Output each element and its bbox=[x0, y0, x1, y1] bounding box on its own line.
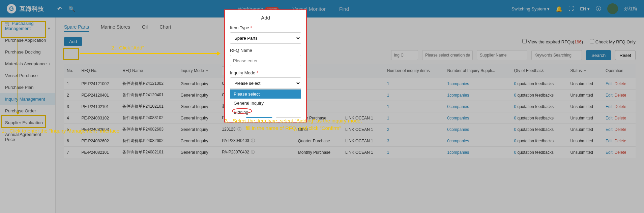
label-rfq-name: RFQ Name bbox=[230, 48, 301, 53]
annotation-arrow-2 bbox=[80, 53, 220, 54]
select-inquiry-mode[interactable]: Please select bbox=[230, 77, 301, 89]
annotation-1: 1、Click to enter the "Inquiry Management… bbox=[2, 128, 119, 134]
dd-bidding[interactable]: Bidding bbox=[230, 108, 301, 117]
select-item-type[interactable]: Spare Parts bbox=[230, 32, 301, 44]
label-item-type: Item Type * bbox=[230, 25, 301, 30]
input-rfq-name[interactable] bbox=[230, 55, 301, 66]
annotation-3a: 3、Select the item type, select "Bidding"… bbox=[206, 118, 381, 124]
dd-general-inquiry[interactable]: General Inquiry bbox=[230, 99, 301, 108]
modal-title: Add bbox=[225, 10, 306, 25]
add-modal: Add Item Type * Spare Parts RFQ Name Inq… bbox=[224, 9, 307, 122]
annotation-oval-bidding bbox=[232, 108, 252, 114]
label-inquiry-mode: Inquiry Mode * bbox=[230, 70, 301, 75]
modal-overlay bbox=[0, 0, 644, 213]
annotation-3b: fill in the name of RFQ, and click "Conf… bbox=[206, 125, 381, 131]
annotation-2: 2、Click "Add" bbox=[111, 45, 144, 51]
dd-please-select[interactable]: Please select bbox=[230, 90, 301, 99]
inquiry-mode-dropdown: Please select General Inquiry Bidding bbox=[230, 89, 301, 117]
